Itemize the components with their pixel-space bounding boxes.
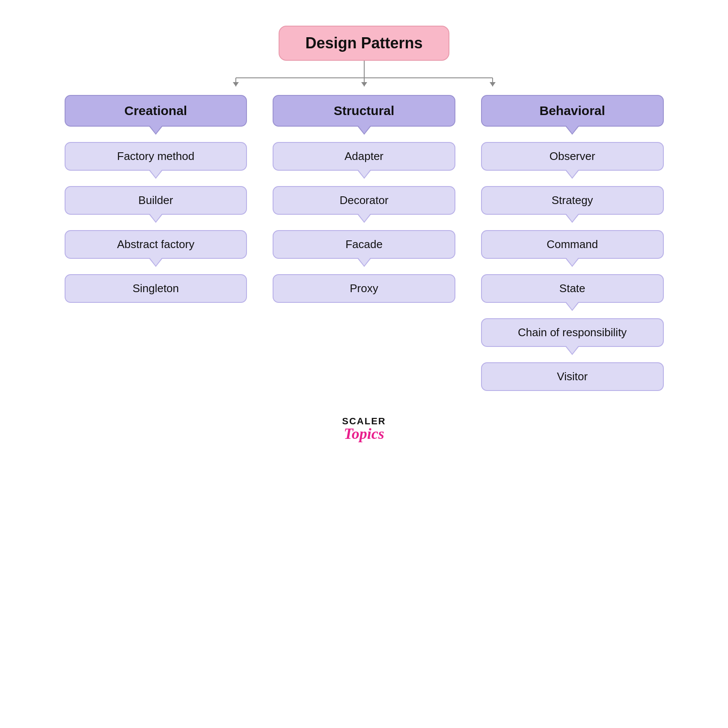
category-header-behavioral: Behavioral [481, 95, 664, 127]
category-header-creational: Creational [65, 95, 247, 127]
svg-marker-6 [361, 82, 367, 86]
item-node-strategy: Strategy [481, 186, 664, 215]
svg-marker-5 [233, 82, 239, 86]
column-creational: CreationalFactory methodBuilderAbstract … [65, 95, 247, 303]
item-node-abstract-factory: Abstract factory [65, 230, 247, 259]
item-node-builder: Builder [65, 186, 247, 215]
item-node-visitor: Visitor [481, 362, 664, 391]
item-node-command: Command [481, 230, 664, 259]
root-connector [172, 61, 557, 95]
item-node-state: State [481, 274, 664, 303]
item-node-chain-of-responsibility: Chain of responsibility [481, 318, 664, 347]
root-node: Design Patterns [279, 26, 449, 61]
logo-scaler-text: SCALER [342, 417, 386, 426]
item-node-factory-method: Factory method [65, 142, 247, 171]
item-node-observer: Observer [481, 142, 664, 171]
category-header-structural: Structural [273, 95, 455, 127]
diagram-container: Design Patterns CreationalFactory method… [0, 26, 728, 441]
svg-marker-7 [490, 82, 496, 86]
logo-topics-text: Topics [344, 426, 384, 441]
scaler-logo: SCALER Topics [342, 417, 386, 441]
item-node-decorator: Decorator [273, 186, 455, 215]
item-node-proxy: Proxy [273, 274, 455, 303]
column-behavioral: BehavioralObserverStrategyCommandStateCh… [481, 95, 664, 391]
item-node-adapter: Adapter [273, 142, 455, 171]
columns: CreationalFactory methodBuilderAbstract … [65, 95, 664, 391]
item-node-facade: Facade [273, 230, 455, 259]
column-structural: StructuralAdapterDecoratorFacadeProxy [273, 95, 455, 303]
item-node-singleton: Singleton [65, 274, 247, 303]
